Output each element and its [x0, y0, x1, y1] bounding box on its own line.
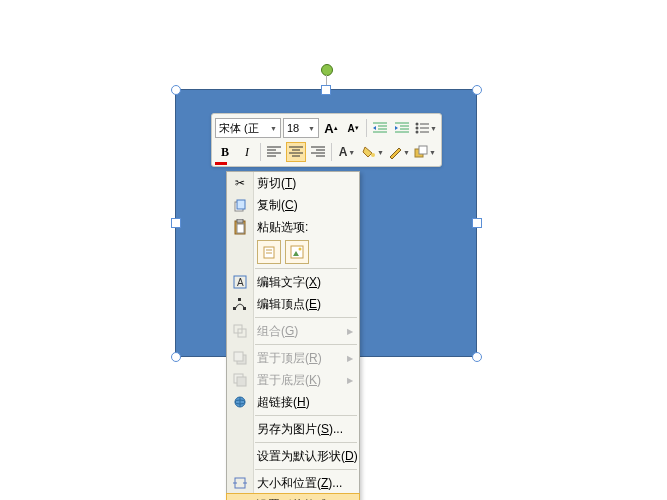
chevron-down-icon: ▼ [377, 149, 384, 156]
menu-separator [255, 344, 357, 345]
pen-icon [388, 145, 402, 159]
scissors-icon: ✂ [231, 174, 249, 192]
chevron-down-icon: ▼ [430, 125, 437, 132]
chevron-down-icon: ▼ [403, 149, 410, 156]
grow-font-button[interactable]: A▴ [321, 118, 341, 138]
edit-points-icon [231, 295, 249, 313]
rotation-handle[interactable] [321, 64, 333, 76]
shape-outline-button[interactable]: ▼ [387, 142, 411, 162]
align-left-icon [267, 146, 281, 158]
bold-button[interactable]: B [215, 142, 235, 162]
svg-text:A: A [237, 277, 244, 288]
chevron-down-icon: ▼ [429, 149, 436, 156]
mini-toolbar: 宋体 (正▼ 18▼ A▴ A▾ ▼ B I A▼ ▼ ▼ ▼ [211, 113, 442, 167]
indent-icon [395, 122, 409, 134]
copy-icon [231, 196, 249, 214]
menu-format-shape[interactable]: 设置形状格式(O)... [226, 493, 360, 500]
svg-rect-35 [237, 224, 244, 233]
font-size-select[interactable]: 18▼ [283, 118, 319, 138]
hyperlink-icon [231, 393, 249, 411]
handle-se[interactable] [472, 352, 482, 362]
chevron-down-icon: ▼ [348, 149, 355, 156]
separator [366, 119, 367, 137]
svg-rect-34 [237, 219, 243, 223]
bring-front-icon [231, 349, 249, 367]
svg-rect-44 [233, 307, 236, 310]
menu-hyperlink[interactable]: 超链接(H) [227, 391, 359, 413]
picture-icon [290, 245, 304, 259]
bucket-icon [362, 145, 376, 159]
size-icon [231, 474, 249, 492]
group-icon [231, 322, 249, 340]
svg-rect-39 [291, 246, 303, 258]
svg-point-14 [416, 131, 419, 134]
menu-bring-front: 置于顶层(R)▶ [227, 347, 359, 369]
handle-nw[interactable] [171, 85, 181, 95]
chevron-down-icon: ▼ [308, 125, 315, 132]
bullets-icon [415, 122, 429, 134]
color-swatch [215, 162, 227, 165]
align-right-button[interactable] [308, 142, 328, 162]
svg-point-41 [299, 248, 302, 251]
svg-point-10 [416, 123, 419, 126]
menu-size-position[interactable]: 大小和位置(Z)... [227, 472, 359, 494]
outdent-icon [373, 122, 387, 134]
clipboard-icon [231, 218, 249, 236]
font-size-value: 18 [287, 122, 299, 134]
paste-option-1[interactable] [257, 240, 281, 264]
arrange-icon [414, 145, 428, 159]
font-color-button[interactable]: A▼ [335, 142, 359, 162]
italic-button[interactable]: I [237, 142, 257, 162]
menu-separator [255, 442, 357, 443]
increase-indent-button[interactable] [392, 118, 412, 138]
menu-separator [255, 317, 357, 318]
svg-rect-45 [238, 298, 241, 301]
submenu-arrow-icon: ▶ [347, 327, 353, 336]
font-name-value: 宋体 (正 [219, 121, 259, 136]
paste-option-2[interactable] [285, 240, 309, 264]
menu-cut[interactable]: ✂剪切(T) [227, 172, 359, 194]
menu-edit-text[interactable]: A编辑文字(X) [227, 271, 359, 293]
align-center-button[interactable] [286, 142, 306, 162]
paste-options-row [227, 238, 359, 266]
edit-text-icon: A [231, 273, 249, 291]
bullets-button[interactable]: ▼ [414, 118, 438, 138]
handle-ne[interactable] [472, 85, 482, 95]
send-back-icon [231, 371, 249, 389]
menu-separator [255, 469, 357, 470]
svg-rect-30 [419, 146, 427, 154]
handle-sw[interactable] [171, 352, 181, 362]
arrange-button[interactable]: ▼ [413, 142, 437, 162]
submenu-arrow-icon: ▶ [347, 354, 353, 363]
align-center-icon [289, 146, 303, 158]
svg-point-12 [416, 127, 419, 130]
context-menu: ✂剪切(T) 复制(C) 粘贴选项: A编辑文字(X) 编辑顶点(E) 组合(G… [226, 171, 360, 500]
menu-send-back: 置于底层(K)▶ [227, 369, 359, 391]
menu-separator [255, 415, 357, 416]
handle-e[interactable] [472, 218, 482, 228]
align-right-icon [311, 146, 325, 158]
handle-w[interactable] [171, 218, 181, 228]
menu-save-as-picture[interactable]: 另存为图片(S)... [227, 418, 359, 440]
svg-marker-4 [373, 126, 376, 130]
menu-paste-options-header: 粘贴选项: [227, 216, 359, 238]
handle-n[interactable] [321, 85, 331, 95]
svg-rect-32 [237, 200, 245, 209]
chevron-down-icon: ▼ [270, 125, 277, 132]
decrease-indent-button[interactable] [370, 118, 390, 138]
separator [331, 143, 332, 161]
menu-edit-points[interactable]: 编辑顶点(E) [227, 293, 359, 315]
svg-rect-46 [243, 307, 246, 310]
svg-rect-52 [237, 377, 246, 386]
shape-fill-button[interactable]: ▼ [361, 142, 385, 162]
shrink-font-button[interactable]: A▾ [343, 118, 363, 138]
separator [260, 143, 261, 161]
menu-copy[interactable]: 复制(C) [227, 194, 359, 216]
font-name-select[interactable]: 宋体 (正▼ [215, 118, 281, 138]
menu-separator [255, 268, 357, 269]
paste-icon [262, 245, 276, 259]
menu-set-default-shape[interactable]: 设置为默认形状(D) [227, 445, 359, 467]
svg-marker-9 [395, 126, 398, 130]
svg-point-28 [371, 153, 375, 157]
align-left-button[interactable] [264, 142, 284, 162]
